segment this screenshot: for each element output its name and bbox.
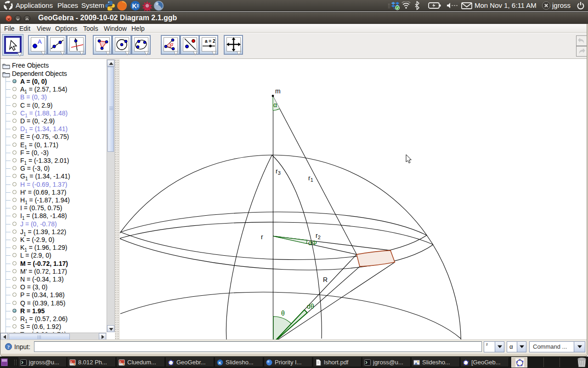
- svg-text:dΦ: dΦ: [308, 239, 317, 247]
- svg-text:?: ?: [7, 344, 10, 350]
- svg-text:r1: r1: [308, 174, 313, 183]
- svg-text:K: K: [219, 361, 222, 365]
- svg-text:dθ: dθ: [307, 303, 314, 310]
- svg-text:α: α: [273, 101, 277, 109]
- svg-text:α: α: [170, 41, 174, 47]
- svg-text:r: r: [261, 233, 263, 241]
- svg-text:R: R: [323, 276, 328, 283]
- svg-text:θ: θ: [281, 310, 285, 317]
- svg-text:r3: r3: [276, 167, 281, 176]
- svg-text:r2: r2: [316, 232, 321, 240]
- svg-text:a = 2: a = 2: [205, 39, 215, 44]
- svg-text:A: A: [119, 361, 121, 363]
- svg-text:A: A: [38, 38, 42, 45]
- svg-text:K: K: [132, 2, 137, 10]
- svg-text:m: m: [275, 87, 281, 95]
- svg-text:A: A: [70, 361, 72, 363]
